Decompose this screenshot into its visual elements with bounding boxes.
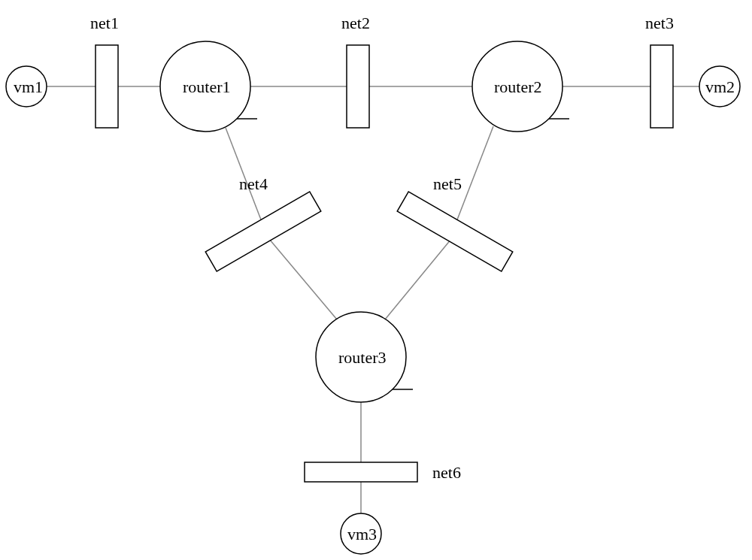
- label-net1: net1: [90, 14, 119, 33]
- node-net1: [96, 45, 118, 128]
- label-router3: router3: [338, 348, 387, 368]
- label-router1: router1: [183, 77, 231, 97]
- label-vm3: vm3: [347, 525, 377, 544]
- label-net3: net3: [645, 14, 674, 33]
- edge-net4-router3: [269, 239, 337, 319]
- label-net4: net4: [239, 174, 268, 194]
- node-net4: [205, 192, 321, 271]
- edges-group: [47, 86, 699, 513]
- label-vm2: vm2: [705, 77, 735, 97]
- node-net5: [397, 192, 513, 271]
- node-net3: [650, 45, 673, 128]
- label-vm1: vm1: [14, 77, 43, 97]
- diagram-svg: [0, 0, 752, 560]
- node-net2: [347, 45, 369, 128]
- label-router2: router2: [494, 77, 542, 97]
- label-net5: net5: [433, 174, 462, 194]
- label-net6: net6: [432, 463, 461, 483]
- label-net2: net2: [341, 14, 370, 33]
- node-net6: [305, 462, 417, 482]
- network-topology-diagram: vm1 vm2 vm3 router1 router2 router3 net1…: [0, 0, 752, 560]
- edge-net5-router3: [385, 239, 451, 319]
